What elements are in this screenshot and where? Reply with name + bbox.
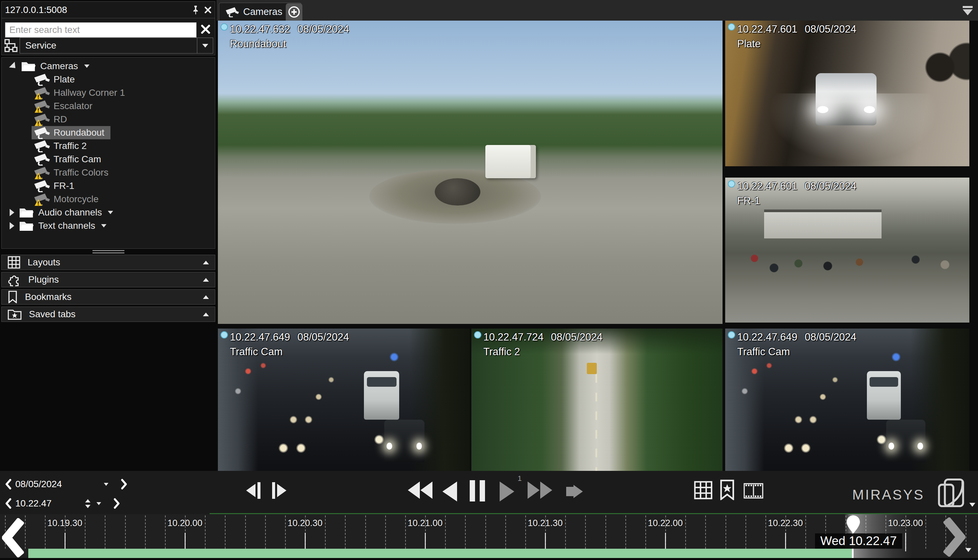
chevron-down-icon[interactable] (84, 65, 90, 68)
tree-item-escalator[interactable]: Escalator (3, 100, 214, 113)
panel-splitter-handle[interactable] (92, 250, 124, 253)
tab-label: Cameras (243, 6, 282, 17)
overlay-camera-name: Plate (737, 37, 856, 51)
clear-search-icon[interactable] (200, 24, 210, 34)
pin-icon[interactable] (192, 5, 200, 15)
spin-down-icon[interactable] (85, 505, 90, 508)
overlay-timestamp: 10.22.47.724 (483, 331, 544, 343)
camera-tile-traffic-2[interactable]: 10.22.47.72408/05/2024 Traffic 2 (471, 328, 723, 471)
pause-button[interactable] (470, 480, 485, 502)
tree-item-motorcycle[interactable]: Motorcycle (3, 193, 214, 206)
timeline-scroll-right-icon[interactable] (943, 517, 965, 557)
tab-list-dropdown-icon[interactable] (962, 5, 973, 16)
camera-tile-roundabout[interactable]: 10.22.47.63208/05/2024 Roundabout (218, 21, 723, 324)
layout-grid-button[interactable] (694, 481, 713, 500)
jump-forward-button[interactable] (566, 485, 583, 498)
section-plugins[interactable]: Plugins (1, 272, 215, 287)
tab-bar: Cameras (217, 0, 978, 21)
time-value[interactable]: 10.22.47 (15, 498, 85, 509)
section-label: Plugins (28, 274, 203, 285)
overlay-camera-name: Traffic 2 (483, 345, 602, 359)
tree-label: Motorcycle (53, 194, 98, 205)
overlay-date: 08/05/2024 (805, 331, 856, 343)
next-time-icon[interactable] (113, 498, 120, 509)
server-address: 127.0.0.1:5008 (5, 5, 187, 15)
tree-item-rd[interactable]: RD (3, 113, 214, 126)
section-label: Saved tabs (29, 309, 203, 320)
chevron-down-icon[interactable] (970, 503, 975, 507)
rewind-button[interactable] (408, 482, 432, 499)
date-picker-row: 08/05/2024 (1, 477, 131, 492)
camera-icon (33, 140, 50, 152)
tree-item-traffic-2[interactable]: Traffic 2 (3, 139, 214, 153)
chevron-down-icon[interactable] (101, 224, 107, 227)
time-spinner[interactable] (85, 499, 90, 508)
tree-folder-audio-channels[interactable]: Audio channels (3, 206, 214, 219)
section-saved-tabs[interactable]: Saved tabs (1, 307, 215, 322)
server-header: 127.0.0.1:5008 (2, 2, 215, 18)
tree-folder-cameras[interactable]: Cameras (3, 60, 214, 73)
chevron-down-icon[interactable] (965, 548, 971, 552)
playhead-pin-icon[interactable] (846, 515, 861, 534)
camera-tile-plate[interactable]: 10.22.47.60108/05/2024 Plate (725, 21, 970, 166)
filmstrip-button[interactable] (743, 483, 764, 499)
new-tab-button[interactable] (286, 3, 302, 21)
folder-icon (19, 207, 33, 218)
section-label: Bookmarks (25, 292, 203, 302)
tree-item-traffic-colors[interactable]: Traffic Colors (3, 166, 214, 179)
service-selector[interactable]: Service (20, 38, 213, 53)
next-day-icon[interactable] (120, 479, 128, 490)
chevron-down-icon[interactable] (108, 211, 113, 214)
camera-tile-traffic-cam-right[interactable]: 10.22.47.64908/05/2024 Traffic Cam (725, 328, 970, 471)
tree-label: Traffic Colors (53, 167, 108, 178)
previous-time-icon[interactable] (5, 498, 12, 509)
camera-tile-fr-1[interactable]: 10.22.47.60108/05/2024 FR-1 (725, 178, 970, 323)
expander-closed-icon[interactable] (10, 222, 14, 230)
chevron-up-icon (203, 261, 209, 264)
overlay-timestamp: 10.22.47.649 (737, 331, 798, 343)
fast-forward-button[interactable] (527, 482, 552, 499)
tree-label: Hallway Corner 1 (53, 87, 125, 98)
tree-item-traffic-cam[interactable]: Traffic Cam (3, 153, 214, 166)
camera-overlay-label: 10.22.47.60108/05/2024 FR-1 (737, 179, 856, 208)
tree-label: Traffic Cam (53, 154, 101, 165)
play-backward-button[interactable] (442, 482, 457, 502)
overlay-camera-name: Roundabout (230, 37, 349, 51)
overlay-timestamp: 10.22.47.649 (230, 331, 290, 343)
stream-status-dot (220, 331, 228, 338)
tree-item-hallway-corner-1[interactable]: Hallway Corner 1 (3, 86, 214, 100)
expander-closed-icon[interactable] (10, 209, 14, 216)
spin-up-icon[interactable] (85, 499, 90, 502)
timeline-scroll-left-icon[interactable] (2, 518, 24, 557)
play-button[interactable] (500, 482, 514, 502)
camera-overlay-label: 10.22.47.64908/05/2024 Traffic Cam (230, 330, 349, 359)
time-dropdown-icon[interactable] (97, 502, 101, 505)
bookmark-button[interactable] (719, 480, 735, 500)
expander-open-icon[interactable] (9, 62, 18, 71)
step-forward-button[interactable] (272, 482, 286, 499)
plus-icon (288, 6, 300, 18)
stream-status-dot (728, 23, 735, 31)
search-input[interactable] (5, 22, 197, 38)
tree-item-plate[interactable]: Plate (3, 73, 214, 86)
close-icon[interactable] (204, 6, 212, 13)
camera-warning-icon (33, 166, 50, 179)
service-selector-dropdown[interactable] (197, 38, 213, 53)
step-backward-button[interactable] (246, 482, 260, 499)
chevron-up-icon (203, 278, 209, 282)
section-layouts[interactable]: Layouts (1, 255, 215, 270)
camera-tile-traffic-cam-left[interactable]: 10.22.47.64908/05/2024 Traffic Cam (218, 328, 470, 471)
date-value[interactable]: 08/05/2024 (15, 479, 85, 490)
camera-icon (225, 7, 239, 17)
date-dropdown-icon[interactable] (104, 483, 108, 486)
server-panel: 127.0.0.1:5008 Service (1, 1, 215, 55)
tree-folder-text-channels[interactable]: Text channels (3, 219, 214, 232)
tree-item-roundabout-selected[interactable]: Roundabout (3, 126, 214, 139)
previous-day-icon[interactable] (5, 479, 12, 490)
tree-label: FR-1 (53, 180, 74, 191)
section-bookmarks[interactable]: Bookmarks (1, 289, 215, 305)
puzzle-icon (8, 273, 21, 286)
timeline[interactable]: 10.19.30 10.20.00 10.20.30 10.21.00 10.2… (0, 514, 978, 560)
tree-label: Plate (53, 74, 75, 85)
tree-item-fr-1[interactable]: FR-1 (3, 179, 214, 193)
